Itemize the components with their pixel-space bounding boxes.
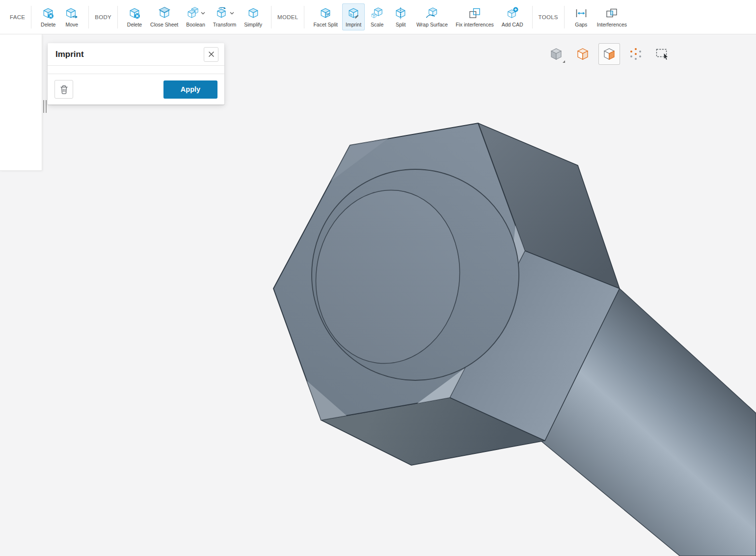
split-icon [394,7,407,20]
toolbar-item-label: Boolean [186,22,205,27]
trash-icon [60,85,68,94]
hex-bolt-model[interactable] [0,34,756,556]
boolean-icon [187,7,199,20]
toolbar-item-imprint[interactable]: Imprint [342,3,365,30]
toolbar-item-fix-interferences[interactable]: Fix interferences [452,3,497,30]
select-vertices-button[interactable] [625,43,647,65]
dialog-title: Imprint [55,50,84,59]
separator [271,6,271,28]
toolbar-item-add-cad[interactable]: Add CAD [498,3,527,30]
toolbar-group-tools: TOOLS Gaps Interferences [538,0,631,34]
wrap-surface-icon [426,7,438,20]
imprint-icon [347,7,360,20]
separator [31,6,31,28]
chevron-down-icon[interactable] [230,12,234,15]
structure-panel [0,34,42,171]
toolbar-item-boolean[interactable]: Boolean [183,3,209,30]
toolbar-item-label: Split [396,22,405,27]
body-select-cube-icon [575,47,590,61]
toolbar-item-label: Gaps [575,22,587,27]
toolbar-item-gaps[interactable]: Gaps [570,3,593,30]
toolbar-item-interferences[interactable]: Interferences [594,3,630,30]
separator [304,6,304,28]
toolbar-item-transform[interactable]: Transform [210,3,240,30]
imprint-dialog: Imprint Apply [48,43,224,105]
toolbar-item-move[interactable]: Move [60,3,83,30]
toolbar-group-face: FACE Delete Move [9,0,83,34]
toolbar-item-scale[interactable]: Scale [366,3,388,30]
group-label-face: FACE [10,14,25,20]
toolbar-item-label: Simplify [244,22,262,27]
dialog-body [48,66,224,74]
group-label-tools: TOOLS [539,14,558,20]
select-bodies-button[interactable] [572,43,594,65]
toolbar-item-label: Delete [41,22,55,27]
toolbar-item-label: Add CAD [502,22,523,27]
toolbar-item-split[interactable]: Split [389,3,412,30]
separator [88,6,89,28]
toolbar-item-label: Fix interferences [456,22,494,27]
panel-resize-handle[interactable] [43,100,47,113]
transform-icon [216,7,228,20]
apply-button[interactable]: Apply [163,80,217,99]
toolbar-item-label: Delete [127,22,142,27]
close-sheet-icon [158,7,171,20]
separator [564,6,565,28]
group-label-model: MODEL [277,14,298,20]
box-select-icon [655,47,670,61]
interferences-icon [605,7,618,20]
toolbar-item-close-sheet[interactable]: Close Sheet [147,3,182,30]
toolbar-item-simplify[interactable]: Simplify [241,3,266,30]
toolbar-group-model: MODEL Facet Split Imprint Scale Split Wr… [276,0,527,34]
group-label-body: BODY [95,14,111,20]
vertex-select-icon [628,47,643,61]
shaded-cube-icon [549,47,564,61]
add-cad-icon [506,7,519,20]
toolbar-item-delete-body[interactable]: Delete [123,3,146,30]
gaps-icon [575,7,588,20]
chevron-down-icon[interactable] [201,12,205,15]
toolbar-item-label: Scale [371,22,383,27]
facet-split-icon [319,7,332,20]
close-icon [208,51,215,57]
select-faces-button[interactable] [598,43,620,65]
delete-selection-button[interactable] [54,80,73,99]
dialog-header: Imprint [48,43,224,66]
close-button[interactable] [204,47,218,62]
face-select-cube-icon [602,47,617,61]
cube-move-icon [65,7,78,20]
toolbar-group-body: BODY Delete Close Sheet Boolean Transfor… [94,0,266,34]
display-style-button[interactable] [545,43,567,65]
toolbar-item-label: Interferences [597,22,627,27]
toolbar-item-delete-face[interactable]: Delete [37,3,59,30]
cube-delete-icon [128,7,141,20]
toolbar-item-label: Close Sheet [150,22,178,27]
toolbar-item-label: Transform [213,22,236,27]
toolbar-item-wrap-surface[interactable]: Wrap Surface [413,3,451,30]
dropdown-corner-icon [563,60,565,63]
separator [117,6,118,28]
scale-icon [371,7,383,20]
toolbar-item-label: Move [65,22,78,27]
toolbar-item-label: Wrap Surface [416,22,448,27]
toolbar-item-facet-split[interactable]: Facet Split [310,3,341,30]
toolbar-item-label: Imprint [346,22,361,27]
box-select-button[interactable] [651,43,673,65]
fix-interferences-icon [468,7,481,20]
separator [532,6,533,28]
cube-delete-icon [42,7,54,20]
ribbon-toolbar: FACE Delete Move BODY Delete Close Sheet [0,0,756,34]
dialog-footer: Apply [48,74,224,105]
viewport-canvas[interactable] [0,34,756,556]
viewport-toolbar [545,43,673,65]
simplify-icon [247,7,260,20]
toolbar-item-label: Facet Split [313,22,338,27]
